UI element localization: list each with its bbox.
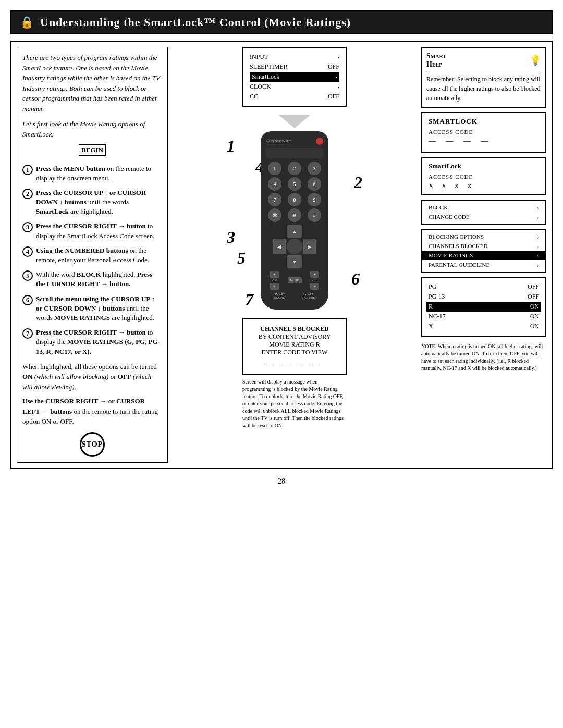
- step-2: 2 Press the CURSOR UP ↑ or CURSOR DOWN ↓…: [22, 188, 162, 217]
- mute-button[interactable]: MUTE: [288, 277, 302, 283]
- rating-pg: PGOFF: [429, 282, 539, 292]
- step-overlay-5: 5: [237, 249, 246, 268]
- channel-blocked-line4: ENTER CODE TO VIEW: [250, 349, 339, 356]
- num-btn-0[interactable]: 0: [288, 208, 301, 222]
- vol-plus-button[interactable]: +: [270, 271, 279, 278]
- num-btn-7[interactable]: 7: [268, 193, 282, 206]
- step-overlay-3: 3: [227, 228, 235, 247]
- page-title: Understanding the SmartLock™ Control (Mo…: [40, 16, 351, 29]
- step-overlay-2: 2: [354, 173, 362, 192]
- number-grid: 1 2 3 4 5 6 7 8 9 ✱ 0 #: [266, 162, 323, 222]
- rating-x: XON: [429, 322, 539, 331]
- step-2-circle: 2: [22, 189, 33, 199]
- blocking-row-blocking-options: BLOCKING OPTIONS›: [422, 232, 545, 241]
- step-7-circle: 7: [22, 328, 33, 339]
- blocking-row-channels-blocked: CHANNELS BLOCKED›: [422, 241, 545, 251]
- step-4-circle: 4: [22, 246, 33, 257]
- num-btn-hash[interactable]: #: [308, 208, 321, 222]
- channel-blocked-line3: MOVIE RATING R: [250, 341, 339, 349]
- menu-row-input: INPUT›: [250, 52, 339, 62]
- step-7: 7 Press the CURSOR RIGHT → button to dis…: [22, 328, 162, 356]
- nav-left-button[interactable]: ◀: [273, 239, 286, 254]
- main-content: There are two types of program ratings w…: [10, 41, 553, 469]
- nav-down-button[interactable]: ▼: [287, 255, 302, 268]
- stop-circle-container: STOP: [22, 432, 162, 457]
- step-1-text: Press the MENU button on the remote to d…: [36, 164, 162, 183]
- step-6-text: Scroll the menu using the CURSOR UP ↑ or…: [36, 294, 162, 323]
- smart-help-title-line2: Help: [426, 60, 446, 69]
- blocking-row-parental-guideline: PARENTAL GUIDELINE›: [422, 260, 545, 269]
- nav-cross: ▲ ◀ ▶ ▼: [273, 225, 316, 268]
- num-btn-9[interactable]: 9: [308, 193, 321, 206]
- nav-up-button[interactable]: ▲: [287, 225, 302, 238]
- step-3: 3 Press the CURSOR RIGHT → button to dis…: [22, 221, 162, 240]
- rating-pg13: PG-13OFF: [429, 292, 539, 302]
- step-overlay-1: 1: [227, 137, 235, 156]
- page-number: 28: [10, 477, 553, 486]
- intro-text-1: There are two types of program ratings w…: [22, 53, 162, 114]
- stop-button: STOP: [80, 432, 105, 457]
- power-button[interactable]: [316, 138, 323, 145]
- menu-row-smartlock: SmartLock›: [250, 72, 339, 82]
- num-btn-star[interactable]: ✱: [268, 208, 282, 222]
- smart-help-box: Smart Help 💡 Remember: Selecting to bloc…: [421, 47, 546, 108]
- begin-label: BEGIN: [79, 144, 106, 156]
- step-1-circle: 1: [22, 165, 33, 175]
- lock-icon: 🔒: [20, 16, 34, 29]
- page-header: 🔒 Understanding the SmartLock™ Control (…: [10, 10, 553, 34]
- vol-minus-button[interactable]: −: [270, 283, 279, 290]
- blocking-options-screen: BLOCKING OPTIONS› CHANNELS BLOCKED› MOVI…: [421, 229, 546, 273]
- when-highlighted-text: When highlighted, all these options can …: [22, 362, 162, 392]
- step-4: 4 Using the NUMBERED buttons on the remo…: [22, 246, 162, 265]
- num-btn-3[interactable]: 3: [308, 162, 321, 175]
- smart-picture-label: SMARTPICTURE: [302, 293, 315, 299]
- channel-blocked-line1: CHANNEL 5 BLOCKED: [250, 325, 339, 333]
- block-row-block: BLOCK›: [422, 203, 545, 212]
- num-btn-2[interactable]: 2: [288, 162, 301, 175]
- cursor-note: Use the CURSOR RIGHT → or CURSOR LEFT ← …: [22, 396, 162, 427]
- arrow-down-1: [279, 115, 310, 128]
- channel-blocked-screen: CHANNEL 5 BLOCKED BY CONTENT ADVISORY MO…: [242, 318, 347, 375]
- rating-r: RON: [426, 302, 541, 312]
- blocking-row-movie-ratings: MOVIE RATINGS›: [422, 251, 545, 260]
- step-overlay-6: 6: [351, 269, 360, 289]
- screen2-code: X X X X: [429, 182, 539, 190]
- step-5-text: With the word BLOCK highlighted, Press t…: [36, 270, 162, 289]
- step-overlay-7: 7: [245, 290, 253, 310]
- step-4-text: Using the NUMBERED buttons on the remote…: [36, 246, 162, 265]
- smart-sound-label: SMARTSOUND: [274, 293, 285, 299]
- ch-minus-button[interactable]: −: [310, 283, 319, 290]
- block-screen: BLOCK› CHANGE CODE›: [421, 200, 546, 225]
- step-5-circle: 5: [22, 270, 33, 281]
- step-2-text: Press the CURSOR UP ↑ or CURSOR DOWN ↓ b…: [36, 188, 162, 217]
- right-panel: Smart Help 💡 Remember: Selecting to bloc…: [421, 47, 546, 463]
- block-row-changecode: CHANGE CODE›: [422, 212, 545, 221]
- num-btn-6[interactable]: 6: [308, 177, 321, 191]
- ratings-note: NOTE: When a rating is turned ON, all hi…: [421, 343, 546, 372]
- remote-top-labels: AV CLOCK INPUT: [266, 140, 291, 143]
- center-panel: INPUT› SLEEPTIMEROFF SmartLock› CLOCK› C…: [173, 47, 416, 463]
- smartlock-screen-2: SmartLock ACCESS CODE X X X X: [421, 157, 546, 195]
- menu-row-clock: CLOCK›: [250, 82, 339, 92]
- nav-right-button[interactable]: ▶: [303, 239, 316, 254]
- num-btn-8[interactable]: 8: [288, 193, 301, 206]
- menu-row-cc: CCOFF: [250, 92, 339, 102]
- num-btn-4[interactable]: 4: [268, 177, 282, 191]
- nav-ok-button[interactable]: [287, 239, 302, 254]
- step-1: 1 Press the MENU button on the remote to…: [22, 164, 162, 183]
- smartlock-screen-1: SmartLock ACCESS CODE — — — —: [421, 112, 546, 153]
- smart-help-text: Remember: Selecting to block any rating …: [426, 75, 541, 103]
- step-5: 5 With the word BLOCK highlighted, Press…: [22, 270, 162, 289]
- num-btn-1[interactable]: 1: [268, 162, 282, 175]
- ch-plus-button[interactable]: +: [310, 271, 319, 278]
- num-btn-5[interactable]: 5: [288, 177, 301, 191]
- screen2-sublabel: ACCESS CODE: [429, 174, 539, 180]
- step-6-circle: 6: [22, 295, 33, 305]
- left-panel: There are two types of program ratings w…: [17, 47, 168, 463]
- menu-screen: INPUT› SLEEPTIMEROFF SmartLock› CLOCK› C…: [242, 47, 347, 107]
- screen1-dashes: — — — —: [429, 137, 539, 145]
- screen1-label: SmartLock: [429, 117, 539, 126]
- screen1-sublabel: ACCESS CODE: [429, 129, 539, 135]
- caption-text: Screen will display a message when progr…: [242, 378, 347, 429]
- step-3-circle: 3: [22, 222, 33, 232]
